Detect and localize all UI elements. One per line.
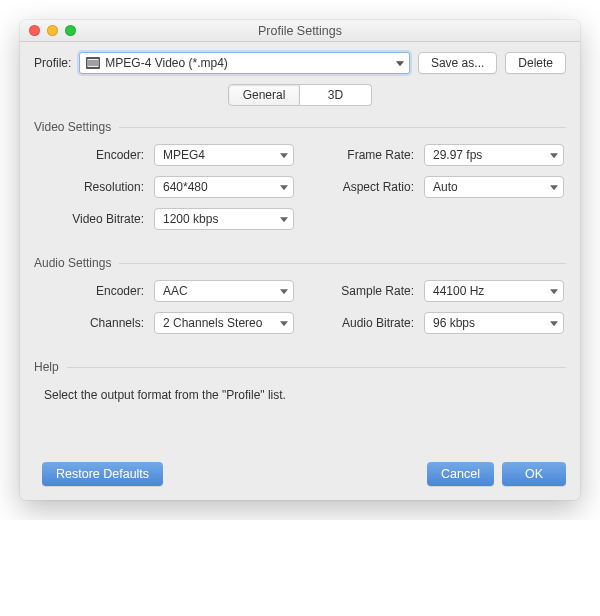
chevron-down-icon: [280, 153, 288, 158]
chevron-down-icon: [550, 321, 558, 326]
resolution-label: Resolution:: [44, 180, 144, 194]
video-settings-header: Video Settings: [34, 120, 566, 134]
restore-defaults-button[interactable]: Restore Defaults: [42, 462, 163, 486]
chevron-down-icon: [550, 153, 558, 158]
audio-settings-header: Audio Settings: [34, 256, 566, 270]
svg-rect-2: [89, 60, 90, 66]
channels-select[interactable]: 2 Channels Stereo: [154, 312, 294, 334]
titlebar: Profile Settings: [20, 20, 580, 42]
frame-rate-select[interactable]: 29.97 fps: [424, 144, 564, 166]
save-as-button[interactable]: Save as...: [418, 52, 497, 74]
svg-rect-3: [91, 60, 92, 66]
svg-rect-4: [93, 60, 94, 66]
video-encoder-label: Encoder:: [44, 148, 144, 162]
divider: [119, 263, 566, 264]
sample-rate-label: Sample Rate:: [304, 284, 414, 298]
chevron-down-icon: [550, 289, 558, 294]
chevron-down-icon: [550, 185, 558, 190]
help-text: Select the output format from the "Profi…: [34, 384, 566, 402]
resolution-select[interactable]: 640*480: [154, 176, 294, 198]
chevron-down-icon: [396, 61, 404, 66]
cancel-button[interactable]: Cancel: [427, 462, 494, 486]
help-title: Help: [34, 360, 59, 374]
video-settings-title: Video Settings: [34, 120, 111, 134]
content: Profile: MPEG-4 Video (*.mp4) Sa: [20, 42, 580, 500]
ok-button[interactable]: OK: [502, 462, 566, 486]
tab-3d[interactable]: 3D: [300, 84, 372, 106]
chevron-down-icon: [280, 217, 288, 222]
audio-encoder-label: Encoder:: [44, 284, 144, 298]
profile-select[interactable]: MPEG-4 Video (*.mp4): [79, 52, 410, 74]
audio-settings-title: Audio Settings: [34, 256, 111, 270]
divider: [119, 127, 566, 128]
video-bitrate-select[interactable]: 1200 kbps: [154, 208, 294, 230]
profile-label: Profile:: [34, 56, 71, 70]
channels-label: Channels:: [44, 316, 144, 330]
chevron-down-icon: [280, 321, 288, 326]
video-encoder-select[interactable]: MPEG4: [154, 144, 294, 166]
svg-rect-6: [97, 60, 98, 66]
aspect-ratio-select[interactable]: Auto: [424, 176, 564, 198]
frame-rate-label: Frame Rate:: [304, 148, 414, 162]
delete-button[interactable]: Delete: [505, 52, 566, 74]
video-settings-group: Video Settings Encoder: MPEG4 Frame Rate…: [34, 120, 566, 230]
audio-bitrate-label: Audio Bitrate:: [304, 316, 414, 330]
divider: [67, 367, 566, 368]
profile-settings-window: Profile Settings Profile: MPEG-4 Vi: [20, 20, 580, 500]
mpeg-icon: [86, 57, 100, 69]
tab-general[interactable]: General: [228, 84, 300, 106]
help-header: Help: [34, 360, 566, 374]
aspect-ratio-label: Aspect Ratio:: [304, 180, 414, 194]
profile-row: Profile: MPEG-4 Video (*.mp4) Sa: [34, 52, 566, 74]
svg-rect-5: [95, 60, 96, 66]
chevron-down-icon: [280, 185, 288, 190]
sample-rate-select[interactable]: 44100 Hz: [424, 280, 564, 302]
audio-settings-group: Audio Settings Encoder: AAC Sample Rate:…: [34, 256, 566, 334]
tab-bar: General 3D: [34, 84, 566, 106]
window-title: Profile Settings: [20, 24, 580, 38]
chevron-down-icon: [280, 289, 288, 294]
footer: Restore Defaults Cancel OK: [34, 462, 566, 486]
video-bitrate-label: Video Bitrate:: [44, 212, 144, 226]
help-group: Help Select the output format from the "…: [34, 360, 566, 402]
profile-value: MPEG-4 Video (*.mp4): [105, 56, 228, 70]
audio-bitrate-select[interactable]: 96 kbps: [424, 312, 564, 334]
audio-encoder-select[interactable]: AAC: [154, 280, 294, 302]
